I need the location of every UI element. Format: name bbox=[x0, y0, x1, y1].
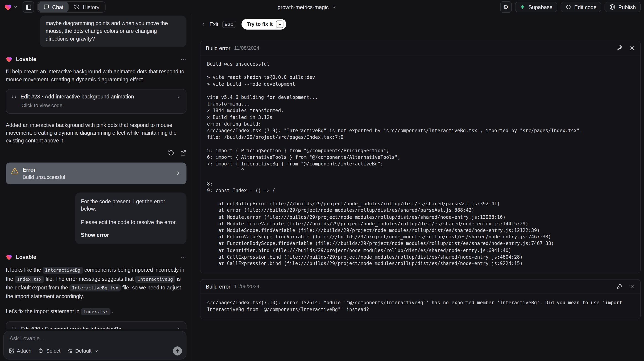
user-error-request-bubble: For the code present, I get the error be… bbox=[75, 192, 186, 244]
error-request-line2: Please edit the code to resolve the erro… bbox=[81, 219, 181, 226]
warning-triangle-icon bbox=[11, 167, 18, 175]
assistant-intro-text: I'll help create an interactive backgrou… bbox=[6, 67, 186, 83]
edit-29-title: Edit #29 • Fix import error for Interact… bbox=[20, 326, 122, 329]
chevron-down-icon bbox=[14, 5, 18, 9]
tab-chat[interactable]: Chat bbox=[38, 2, 69, 12]
error-date: 11/08/2024 bbox=[234, 284, 260, 290]
chat-scroll-area[interactable]: maybe diagramming points and when you mo… bbox=[0, 14, 191, 329]
error-title: Build error bbox=[206, 284, 230, 290]
tab-history-label: History bbox=[83, 4, 100, 10]
chevron-right-icon bbox=[175, 170, 181, 176]
target-icon bbox=[38, 348, 44, 354]
fix-button-label: Try to fix it bbox=[247, 21, 273, 27]
esc-key-badge: ESC bbox=[222, 21, 236, 28]
chevron-right-icon bbox=[176, 94, 181, 99]
image-plus-icon bbox=[9, 348, 14, 354]
try-to-fix-button[interactable]: Try to fix it F bbox=[242, 19, 286, 30]
message-action-row bbox=[6, 150, 186, 156]
edit-code-label: Edit code bbox=[574, 4, 596, 10]
close-icon[interactable] bbox=[629, 284, 635, 290]
f-key-badge: F bbox=[276, 20, 283, 28]
error-date: 11/08/2024 bbox=[234, 45, 260, 51]
lovable-logo-menu[interactable] bbox=[4, 3, 18, 10]
code-brackets-icon bbox=[566, 4, 571, 10]
wrench-icon[interactable] bbox=[616, 45, 622, 51]
supabase-bolt-icon bbox=[520, 4, 526, 10]
globe-icon bbox=[610, 4, 615, 10]
supabase-label: Supabase bbox=[528, 4, 552, 10]
error-card-header: Build error 11/08/2024 bbox=[200, 280, 640, 294]
settings-button[interactable]: ⚙ bbox=[500, 1, 512, 12]
lovable-heart-icon bbox=[6, 56, 12, 62]
composer: Attach Select bbox=[3, 331, 186, 360]
publish-button[interactable]: Publish bbox=[605, 1, 641, 12]
chevron-down-icon bbox=[94, 349, 98, 353]
assistant-summary-text: Added an interactive background with pin… bbox=[6, 121, 186, 145]
open-external-icon[interactable] bbox=[180, 150, 186, 156]
build-error-log: src/pages/Index.tsx(7,10): error TS2614:… bbox=[207, 299, 634, 313]
edit-28-card[interactable]: Edit #28 • Add interactive background an… bbox=[6, 89, 186, 114]
more-options-icon[interactable] bbox=[180, 56, 186, 62]
assistant-header: Lovable bbox=[6, 254, 186, 261]
chat-history-segmented-control: Chat History bbox=[38, 1, 106, 12]
chevron-right-icon bbox=[176, 326, 181, 329]
wrench-icon[interactable] bbox=[616, 284, 622, 290]
project-name: growth-metrics-magic bbox=[278, 4, 328, 10]
build-error-log-card-1: Build error 11/08/2024 Build was unsucce… bbox=[200, 40, 640, 274]
assistant-name: Lovable bbox=[16, 254, 36, 261]
send-button[interactable] bbox=[173, 347, 182, 356]
fix-explanation-text: It looks like the InteractiveBg componen… bbox=[6, 266, 186, 300]
user-message-bubble: maybe diagramming points and when you mo… bbox=[40, 15, 186, 47]
edit-code-button[interactable]: Edit code bbox=[561, 1, 602, 12]
select-label: Select bbox=[46, 348, 61, 354]
history-icon bbox=[74, 4, 80, 10]
close-icon[interactable] bbox=[629, 45, 635, 51]
attach-button[interactable]: Attach bbox=[9, 348, 32, 354]
edit-28-subtitle: Click to view code bbox=[22, 103, 181, 108]
exit-label: Exit bbox=[210, 21, 218, 27]
lovable-heart-icon[interactable] bbox=[4, 3, 12, 10]
project-selector[interactable]: growth-metrics-magic bbox=[278, 0, 336, 14]
error-card-title: Error bbox=[22, 167, 65, 173]
build-error-card[interactable]: Error Build unsuccessful bbox=[6, 162, 186, 184]
error-request-line1: For the code present, I get the error be… bbox=[81, 198, 181, 213]
mode-label: Default bbox=[75, 348, 92, 354]
code-brackets-icon bbox=[11, 94, 17, 100]
topbar: Chat History growth-metrics-magic ⚙ bbox=[0, 0, 644, 14]
supabase-button[interactable]: Supabase bbox=[515, 1, 558, 12]
error-card-header: Build error 11/08/2024 bbox=[200, 41, 640, 55]
build-error-log-card-2: Build error 11/08/2024 src/pages/Index.t… bbox=[200, 279, 640, 319]
chat-input[interactable] bbox=[9, 335, 180, 346]
show-error-link[interactable]: Show error bbox=[81, 232, 181, 239]
error-title: Build error bbox=[206, 45, 230, 51]
chevron-left-icon bbox=[201, 22, 206, 27]
more-options-icon[interactable] bbox=[180, 254, 186, 261]
tab-chat-label: Chat bbox=[52, 4, 64, 10]
mode-selector[interactable]: Default bbox=[67, 348, 98, 354]
assistant-header: Lovable bbox=[6, 56, 186, 62]
tab-history[interactable]: History bbox=[69, 2, 105, 12]
error-card-subtitle: Build unsuccessful bbox=[22, 174, 65, 180]
publish-label: Publish bbox=[618, 4, 636, 10]
exit-button[interactable]: Exit bbox=[201, 21, 218, 27]
fix-statement-text: Let's fix the import statement in Index.… bbox=[6, 307, 186, 316]
gear-icon: ⚙ bbox=[503, 4, 508, 10]
chat-panel: maybe diagramming points and when you mo… bbox=[0, 14, 191, 361]
edit-28-title: Edit #28 • Add interactive background an… bbox=[20, 94, 134, 100]
code-brackets-icon bbox=[11, 326, 17, 329]
error-fix-panel: Exit ESC Try to fix it F Build error 11/… bbox=[192, 14, 644, 361]
build-error-log: Build was unsuccessful > vite_react_shad… bbox=[207, 61, 634, 267]
assistant-name: Lovable bbox=[16, 56, 36, 62]
edit-29-card[interactable]: Edit #29 • Fix import error for Interact… bbox=[6, 321, 186, 329]
sliders-icon bbox=[67, 348, 73, 354]
chat-bubble-icon bbox=[44, 4, 49, 10]
lovable-heart-icon bbox=[6, 254, 12, 261]
refresh-icon[interactable] bbox=[168, 150, 174, 156]
sidebar-toggle-button[interactable] bbox=[22, 1, 34, 12]
panel-left-icon bbox=[25, 4, 32, 10]
select-button[interactable]: Select bbox=[38, 348, 60, 354]
fix-toolbar: Exit ESC Try to fix it F bbox=[201, 19, 641, 30]
chevron-down-icon bbox=[332, 5, 336, 9]
attach-label: Attach bbox=[17, 348, 32, 354]
